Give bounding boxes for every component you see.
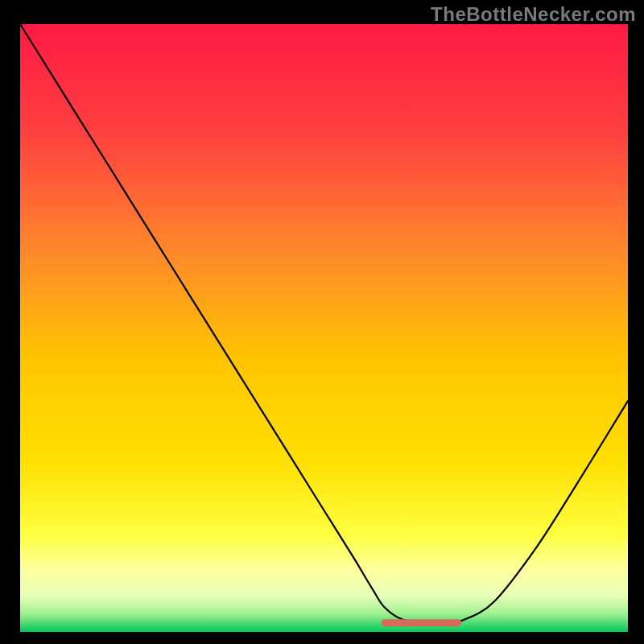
chart-frame: TheBottleNecker.com — [0, 0, 644, 644]
gradient-bg — [20, 24, 628, 632]
watermark-text: TheBottleNecker.com — [431, 3, 636, 26]
plot-area — [20, 24, 628, 632]
chart-svg — [20, 24, 628, 632]
